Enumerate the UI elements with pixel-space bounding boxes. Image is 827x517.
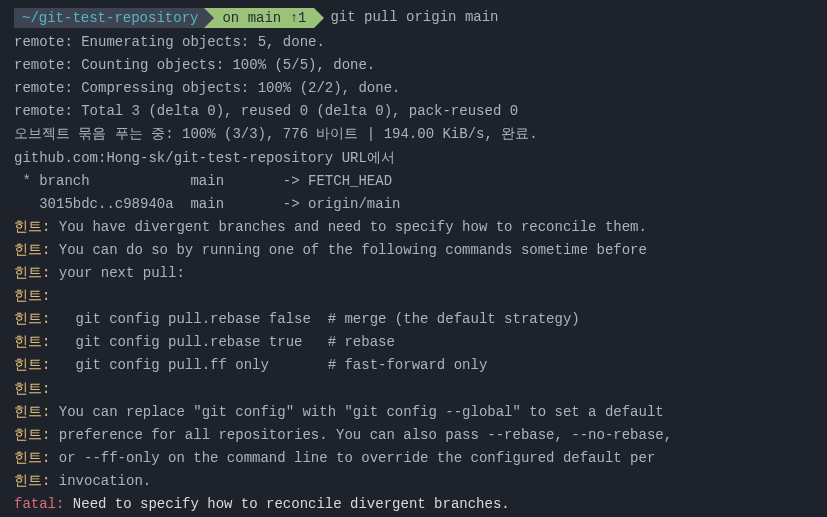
hint-text: preference for all repositories. You can… bbox=[50, 427, 672, 443]
prompt-branch-segment: on main ↑1 bbox=[204, 8, 314, 28]
hint-prefix: 힌트: bbox=[14, 450, 50, 466]
hint-prefix: 힌트: bbox=[14, 311, 50, 327]
hint-text: You can replace "git config" with "git c… bbox=[50, 404, 663, 420]
hint-line: 힌트: or --ff-only on the command line to … bbox=[14, 447, 813, 470]
hint-line: 힌트: You can replace "git config" with "g… bbox=[14, 401, 813, 424]
hint-text: You can do so by running one of the foll… bbox=[50, 242, 647, 258]
hint-prefix: 힌트: bbox=[14, 265, 50, 281]
hint-prefix: 힌트: bbox=[14, 357, 50, 373]
hint-text: git config pull.ff only # fast-forward o… bbox=[50, 357, 487, 373]
output-line: 3015bdc..c98940a main -> origin/main bbox=[14, 193, 813, 216]
hint-text: git config pull.rebase false # merge (th… bbox=[50, 311, 579, 327]
hint-text: You have divergent branches and need to … bbox=[50, 219, 647, 235]
hint-line: 힌트: invocation. bbox=[14, 470, 813, 493]
hint-prefix: 힌트: bbox=[14, 334, 50, 350]
hint-line: 힌트: You have divergent branches and need… bbox=[14, 216, 813, 239]
fatal-prefix: fatal: bbox=[14, 496, 64, 512]
output-line: remote: Enumerating objects: 5, done. bbox=[14, 31, 813, 54]
hint-text: your next pull: bbox=[50, 265, 184, 281]
hint-prefix: 힌트: bbox=[14, 473, 50, 489]
prompt-line[interactable]: ~/git-test-repository on main ↑1 git pul… bbox=[14, 6, 813, 29]
output-line: remote: Total 3 (delta 0), reused 0 (del… bbox=[14, 100, 813, 123]
hint-line: 힌트: preference for all repositories. You… bbox=[14, 424, 813, 447]
prompt-path-segment: ~/git-test-repository bbox=[14, 8, 204, 28]
hint-text: git config pull.rebase true # rebase bbox=[50, 334, 394, 350]
output-line: remote: Compressing objects: 100% (2/2),… bbox=[14, 77, 813, 100]
hint-line: 힌트: You can do so by running one of the … bbox=[14, 239, 813, 262]
hint-text: or --ff-only on the command line to over… bbox=[50, 450, 655, 466]
output-line: * branch main -> FETCH_HEAD bbox=[14, 170, 813, 193]
hint-prefix: 힌트: bbox=[14, 381, 50, 397]
hint-prefix: 힌트: bbox=[14, 288, 50, 304]
fatal-line: fatal: Need to specify how to reconcile … bbox=[14, 493, 813, 516]
output-line: remote: Counting objects: 100% (5/5), do… bbox=[14, 54, 813, 77]
hint-prefix: 힌트: bbox=[14, 427, 50, 443]
hint-line: 힌트: git config pull.rebase false # merge… bbox=[14, 308, 813, 331]
hint-prefix: 힌트: bbox=[14, 219, 50, 235]
fatal-text: Need to specify how to reconcile diverge… bbox=[64, 496, 509, 512]
command-input[interactable]: git pull origin main bbox=[330, 6, 498, 29]
output-line: 오브젝트 묶음 푸는 중: 100% (3/3), 776 바이트 | 194.… bbox=[14, 123, 813, 146]
hint-line: 힌트: git config pull.rebase true # rebase bbox=[14, 331, 813, 354]
output-line: github.com:Hong-sk/git-test-repository U… bbox=[14, 147, 813, 170]
hint-prefix: 힌트: bbox=[14, 242, 50, 258]
hint-prefix: 힌트: bbox=[14, 404, 50, 420]
hint-line: 힌트: your next pull: bbox=[14, 262, 813, 285]
hint-line: 힌트: git config pull.ff only # fast-forwa… bbox=[14, 354, 813, 377]
hint-line: 힌트: bbox=[14, 285, 813, 308]
hint-text: invocation. bbox=[50, 473, 151, 489]
hint-line: 힌트: bbox=[14, 378, 813, 401]
